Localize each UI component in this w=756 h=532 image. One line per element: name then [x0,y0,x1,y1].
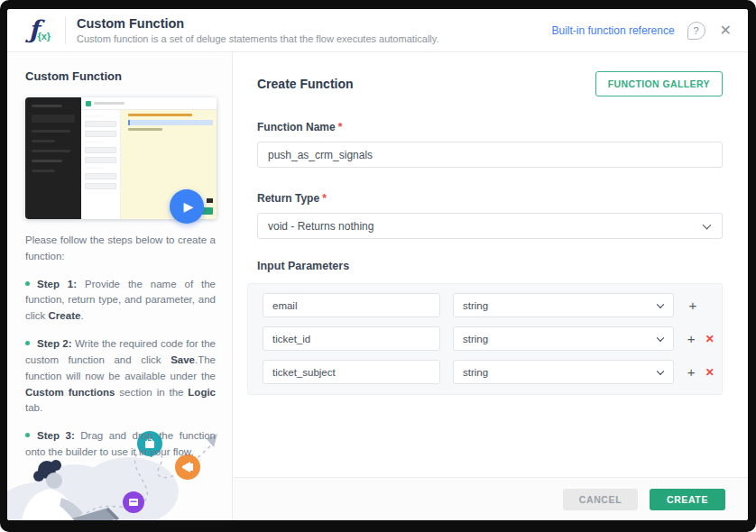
required-marker: * [338,121,343,133]
add-parameter-button[interactable]: + [687,332,696,345]
custom-function-dialog: ƒ {x} Custom Function Custom function is… [7,9,748,520]
function-logo-icon: ƒ {x} [20,19,60,41]
header-titles: Custom Function Custom function is a set… [77,16,439,44]
bullet-icon [25,433,30,437]
param-type-select[interactable]: string [453,293,674,317]
param-type-select[interactable]: string [453,360,674,384]
logo-braces-glyph: {x} [37,31,51,41]
close-icon[interactable]: ✕ [720,23,732,38]
sidebar-heading: Custom Function [25,69,216,83]
add-parameter-button[interactable]: + [687,365,696,379]
param-name-input[interactable] [263,293,440,317]
param-name-input[interactable] [263,360,440,384]
dialog-title: Custom Function [77,16,439,31]
create-button[interactable]: CREATE [650,489,725,510]
main-content: Create Function FUNCTION GALLERY Functio… [233,52,748,477]
dialog-header: ƒ {x} Custom Function Custom function is… [7,9,748,52]
param-type-value: string [463,300,488,311]
bullet-icon [25,281,30,286]
remove-parameter-button[interactable]: ✕ [705,334,715,344]
main-panel: Create Function FUNCTION GALLERY Functio… [233,52,748,520]
input-parameters-panel: string + string + ✕ [247,283,723,395]
function-name-input[interactable] [257,142,723,168]
step-3: Step 3: Drag and drop the function onto … [25,428,216,461]
builtin-function-reference-link[interactable]: Built-in function reference [552,24,675,37]
header-divider [65,17,66,44]
thumb-dark-panel [25,97,81,219]
add-parameter-button[interactable]: + [687,298,699,312]
bullet-icon [25,341,30,345]
chevron-down-icon [703,220,712,229]
dialog-body: Custom Function [7,52,748,520]
steps-intro: Please follow the steps below to create … [25,233,216,265]
param-type-value: string [463,367,488,378]
return-type-value: void - Returns nothing [268,220,373,233]
chevron-down-icon [657,300,664,307]
sidebar-steps: Please follow the steps below to create … [25,233,216,461]
parameter-row: string + [263,293,715,317]
chevron-down-icon [657,334,664,341]
param-name-input[interactable] [263,326,440,351]
required-marker: * [322,192,327,205]
return-type-label: Return Type* [257,192,723,205]
function-name-label: Function Name* [257,121,723,133]
remove-parameter-button[interactable]: ✕ [705,367,715,378]
return-type-select[interactable]: void - Returns nothing [257,213,723,239]
video-thumbnail[interactable]: ▶ [25,97,217,219]
input-parameters-label: Input Parameters [257,260,723,272]
parameter-row: string + ✕ [263,360,715,384]
chevron-down-icon [657,367,664,374]
parameter-row: string + ✕ [263,326,715,351]
step-2: Step 2: Write the required code for the … [25,336,216,417]
dialog-footer: CANCEL CREATE [233,477,748,520]
sidebar: Custom Function [7,52,233,520]
param-type-select[interactable]: string [453,326,674,351]
dialog-subtitle: Custom function is a set of deluge state… [77,33,439,44]
play-icon[interactable]: ▶ [170,189,204,224]
function-gallery-button[interactable]: FUNCTION GALLERY [595,71,723,96]
page-title: Create Function [257,77,354,91]
window-frame: ƒ {x} Custom Function Custom function is… [0,0,756,532]
param-type-value: string [463,334,488,344]
cancel-button[interactable]: CANCEL [563,489,638,510]
help-icon[interactable]: ? [687,22,705,40]
step-1: Step 1: Provide the name of the function… [25,277,216,325]
